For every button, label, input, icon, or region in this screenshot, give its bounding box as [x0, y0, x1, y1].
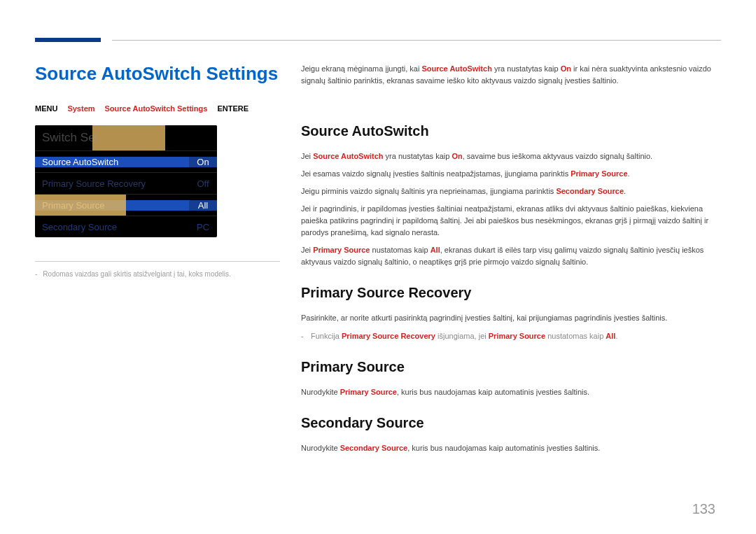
sec2-note: Funkcija Primary Source Recovery išjungi… [301, 330, 721, 342]
heading-secondary-source: Secondary Source [301, 412, 721, 434]
page-number: 133 [692, 501, 715, 517]
header-rule [112, 40, 721, 41]
panel-header-overlay [92, 125, 165, 150]
page-title: Source AutoSwitch Settings [35, 63, 280, 85]
sec1-p5: Jei Primary Source nustatomas kaip All, … [301, 244, 721, 268]
row-value: On [189, 157, 217, 167]
panel-header-text: Switch Set [42, 131, 98, 144]
intro-paragraph: Jeigu ekraną mėginama įjungti, kai Sourc… [301, 63, 721, 87]
page-content: Source AutoSwitch Settings MENU System S… [35, 28, 721, 460]
breadcrumb-menu: MENU [35, 104, 57, 113]
panel-header: Switch Set [35, 125, 217, 150]
heading-source-autoswitch: Source AutoSwitch [301, 120, 721, 142]
settings-panel: Switch Set Source AutoSwitch On Primary … [35, 125, 217, 237]
header-accent-bar [35, 38, 101, 42]
left-column: Source AutoSwitch Settings MENU System S… [35, 63, 301, 460]
heading-primary-source: Primary Source [301, 356, 721, 378]
row-value: All [189, 200, 217, 211]
row-label: Primary Source Recovery [35, 178, 189, 189]
sec1-p1: Jei Source AutoSwitch yra nustatytas kai… [301, 150, 721, 162]
footnote: Rodomas vaizdas gali skirtis atsižvelgia… [35, 270, 280, 278]
panel-row-primary-recovery[interactable]: Primary Source Recovery Off [35, 172, 217, 194]
sec4-p: Nurodykite Secondary Source, kuris bus n… [301, 442, 721, 454]
right-column: Jeigu ekraną mėginama įjungti, kai Sourc… [301, 63, 721, 460]
heading-primary-recovery: Primary Source Recovery [301, 282, 721, 304]
row-highlight-overlay [35, 195, 126, 216]
footnote-rule [35, 261, 280, 262]
breadcrumb: MENU System Source AutoSwitch Settings E… [35, 104, 280, 113]
breadcrumb-system: System [67, 104, 94, 113]
panel-row-secondary-source[interactable]: Secondary Source PC [35, 216, 217, 237]
row-label: Secondary Source [35, 222, 189, 232]
panel-row-source-autoswitch[interactable]: Source AutoSwitch On [35, 150, 217, 172]
sec1-p2: Jei esamas vaizdo signalų įvesties šalti… [301, 168, 721, 180]
row-label: Source AutoSwitch [35, 157, 189, 167]
sec1-p3: Jeigu pirminis vaizdo signalų šaltinis y… [301, 185, 721, 197]
breadcrumb-enter: ENTERE [217, 104, 248, 113]
row-value: PC [189, 222, 217, 232]
sec1-p4: Jei ir pagrindinis, ir papildomas įvesti… [301, 203, 721, 239]
row-value: Off [189, 178, 217, 189]
sec2-p1: Pasirinkite, ar norite atkurti pasirinkt… [301, 312, 721, 324]
breadcrumb-setting: Source AutoSwitch Settings [105, 104, 208, 113]
panel-row-primary-source[interactable]: Primary Source All [35, 194, 217, 216]
sec3-p: Nurodykite Primary Source, kuris bus nau… [301, 386, 721, 398]
